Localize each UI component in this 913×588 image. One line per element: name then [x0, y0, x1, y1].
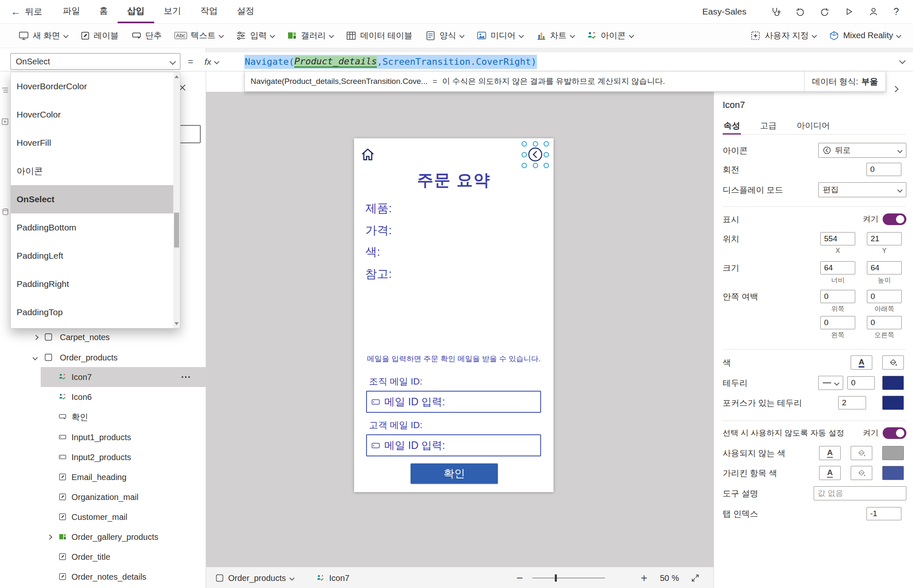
menu-insert[interactable]: 삽입 — [118, 0, 154, 23]
confirm-button[interactable]: 확인 — [411, 463, 498, 484]
fullscreen-icon[interactable] — [691, 573, 700, 583]
tree-item-input2-products[interactable]: Input2_products — [0, 447, 206, 467]
border-style-select[interactable] — [818, 376, 843, 390]
disabled-color-swatch[interactable] — [882, 446, 904, 460]
tree-item-input1-products[interactable]: Input1_products — [0, 427, 206, 447]
undo-icon[interactable] — [795, 7, 805, 17]
back-button[interactable]: ← 뒤로 — [0, 6, 42, 17]
dropdown-item[interactable]: PaddingLeft — [11, 242, 180, 270]
tree-item-customer-mail[interactable]: Customer_mail — [0, 507, 206, 527]
zoom-out-icon[interactable]: − — [517, 572, 523, 583]
tab-properties[interactable]: 속성 — [723, 118, 741, 135]
chevron-right-icon[interactable] — [47, 534, 52, 540]
selection-handle[interactable] — [522, 163, 527, 168]
ribbon-chart[interactable]: 차트 — [536, 30, 574, 41]
selected-control-chip[interactable]: Icon7 — [316, 573, 349, 583]
menu-file[interactable]: 파일 — [53, 0, 90, 23]
selection-handle[interactable] — [533, 141, 538, 147]
selected-control-icon7[interactable] — [524, 144, 546, 166]
formula-expand-chevron[interactable] — [899, 58, 906, 64]
tree-item-organization-mail[interactable]: Organization_mail — [0, 487, 206, 507]
play-icon[interactable] — [844, 7, 854, 16]
menu-action[interactable]: 작업 — [191, 0, 227, 23]
redo-icon[interactable] — [820, 7, 829, 17]
zoom-slider-thumb[interactable] — [555, 574, 557, 582]
collapse-panel-icon[interactable] — [892, 86, 899, 93]
icon-select[interactable]: 뒤로 — [818, 143, 906, 158]
menu-home[interactable]: 홈 — [90, 0, 118, 23]
tree-item-icon6[interactable]: Icon6 — [0, 387, 206, 407]
position-y-input[interactable] — [867, 232, 902, 245]
account-icon[interactable] — [869, 7, 879, 17]
left-rail-data-icon[interactable] — [2, 208, 9, 216]
dropdown-item-selected[interactable]: OnSelect — [11, 185, 180, 213]
notes-label[interactable]: 참고: — [365, 266, 392, 282]
dropdown-scrollbar[interactable] — [173, 72, 180, 328]
ribbon-text[interactable]: Abc 텍스트 — [175, 30, 223, 41]
price-label[interactable]: 가격: — [365, 223, 392, 238]
menu-view[interactable]: 보기 — [154, 0, 191, 23]
dropdown-item[interactable]: PaddingRight — [11, 270, 180, 298]
scroll-down-icon[interactable] — [175, 322, 179, 325]
zoom-slider[interactable] — [532, 574, 605, 582]
dropdown-item[interactable]: PaddingTop — [11, 298, 180, 326]
customer-mail-input[interactable]: 메일 ID 입력: — [366, 434, 541, 456]
tree-item-confirm-button[interactable]: 확인 — [0, 407, 206, 427]
ribbon-form[interactable]: 양식 — [425, 30, 464, 41]
chevron-down-icon[interactable] — [32, 355, 38, 360]
color-label[interactable]: 색: — [365, 244, 380, 260]
app-checker-icon[interactable] — [770, 7, 780, 17]
search-box-fragment[interactable] — [180, 125, 201, 143]
ribbon-mixed-reality[interactable]: Mixed Reality — [829, 30, 901, 41]
width-input[interactable] — [820, 261, 855, 274]
tree-item-icon7[interactable]: Icon7 — [0, 367, 206, 387]
email-note-label[interactable]: 메일을 입력하면 주문 확인 메일을 받을 수 있습니다. — [354, 354, 554, 364]
more-options-icon[interactable] — [182, 376, 190, 378]
height-input[interactable] — [867, 261, 902, 274]
dropdown-item[interactable]: HoverBorderColor — [11, 72, 180, 100]
org-mail-input[interactable]: 메일 ID 입력: — [366, 391, 541, 413]
auto-disable-toggle[interactable] — [883, 427, 906, 439]
focused-border-color-swatch[interactable] — [882, 396, 904, 410]
tree-item-order-title[interactable]: Order_title — [0, 547, 206, 567]
selection-handle[interactable] — [544, 163, 549, 168]
fx-selector[interactable]: fx — [204, 52, 219, 71]
screen-selector[interactable]: Order_products — [215, 573, 294, 583]
rotation-input[interactable] — [866, 163, 901, 176]
tree-item-order-notes-details[interactable]: Order_notes_details — [0, 567, 206, 587]
position-x-input[interactable] — [820, 232, 855, 245]
ribbon-new-screen[interactable]: 새 화면 — [18, 30, 68, 41]
selection-handle[interactable] — [522, 141, 527, 147]
dropdown-item[interactable]: 아이콘 — [11, 157, 180, 185]
left-rail-tree-icon[interactable] — [1, 86, 9, 94]
font-color-button[interactable]: A — [851, 355, 872, 370]
ribbon-custom[interactable]: 사용자 지정 — [750, 30, 816, 41]
ribbon-label[interactable]: 레이블 — [80, 30, 119, 41]
ribbon-gallery[interactable]: 갤러리 — [287, 30, 333, 41]
ribbon-input[interactable]: 입력 — [236, 30, 274, 41]
tree-item-carpet-notes[interactable]: Carpet_notes — [0, 327, 206, 347]
menu-settings[interactable]: 설정 — [227, 0, 264, 23]
ribbon-media[interactable]: 미디어 — [476, 30, 523, 41]
padding-left-input[interactable] — [820, 316, 855, 329]
selection-handle[interactable] — [533, 163, 538, 168]
tree-item-order-products[interactable]: Order_products — [0, 348, 206, 368]
formula-input[interactable]: Navigate(Product_details,ScreenTransitio… — [244, 52, 537, 71]
disabled-font-color-button[interactable]: A — [819, 446, 841, 460]
order-summary-title[interactable]: 주문 요약 — [354, 169, 554, 191]
padding-right-input[interactable] — [867, 316, 902, 329]
border-weight-input[interactable] — [847, 376, 875, 390]
left-rail-insert-icon[interactable] — [1, 118, 9, 125]
disabled-fill-button[interactable] — [851, 446, 872, 460]
property-selector[interactable]: OnSelect — [10, 53, 180, 70]
ribbon-button[interactable]: 단추 — [131, 30, 162, 41]
selection-handle[interactable] — [522, 152, 527, 157]
selection-handle[interactable] — [544, 152, 549, 157]
selection-handle[interactable] — [544, 141, 549, 147]
dropdown-item[interactable]: PaddingBottom — [11, 213, 180, 242]
app-screen-order-products[interactable]: 주문 요약 제품: 가격: 색: 참고: 메일을 입력하면 주문 확인 메일을 … — [354, 138, 554, 492]
padding-bottom-input[interactable] — [867, 290, 902, 303]
product-label[interactable]: 제품: — [365, 201, 392, 216]
hover-fill-button[interactable] — [851, 466, 872, 480]
tree-item-order-gallery-products[interactable]: Order_gallery_products — [0, 527, 206, 547]
